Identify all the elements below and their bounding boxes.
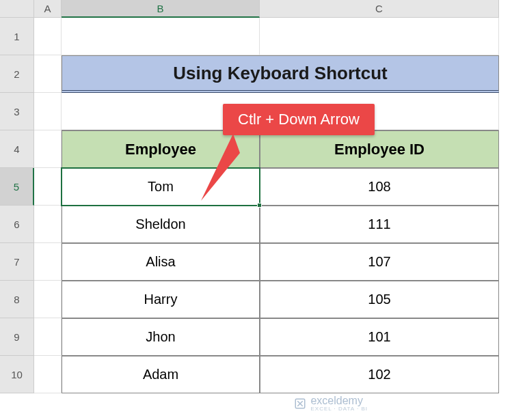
cell-a10[interactable] <box>34 356 62 393</box>
cell-b9[interactable]: Jhon <box>62 318 260 356</box>
cell-c1[interactable] <box>260 18 499 55</box>
fill-handle[interactable] <box>257 203 262 208</box>
cell-a9[interactable] <box>34 318 62 356</box>
cell-c7[interactable]: 107 <box>260 243 499 281</box>
cell-c9[interactable]: 101 <box>260 318 499 356</box>
watermark-logo-icon <box>294 397 306 410</box>
row-header-10[interactable]: 10 <box>0 356 34 393</box>
row-header-9[interactable]: 9 <box>0 318 34 356</box>
cell-b10[interactable]: Adam <box>62 356 260 393</box>
cell-c6[interactable]: 111 <box>260 206 499 243</box>
cell-a7[interactable] <box>34 243 62 281</box>
cell-a8[interactable] <box>34 281 62 318</box>
cell-a4[interactable] <box>34 130 62 168</box>
row-header-3[interactable]: 3 <box>0 93 34 130</box>
cell-b6[interactable]: Sheldon <box>62 206 260 243</box>
row-header-2[interactable]: 2 <box>0 55 34 93</box>
col-header-b[interactable]: B <box>62 0 260 18</box>
callout: Ctlr + Down Arrow <box>223 104 375 135</box>
row-header-6[interactable]: 6 <box>0 206 34 243</box>
cell-a3[interactable] <box>34 93 62 130</box>
cell-b1[interactable] <box>62 18 260 55</box>
title-cell[interactable]: Using Keyboard Shortcut <box>62 55 499 93</box>
row-header-8[interactable]: 8 <box>0 281 34 318</box>
callout-text: Ctlr + Down Arrow <box>223 104 375 135</box>
cell-c5[interactable]: 108 <box>260 168 499 206</box>
watermark: exceldemy EXCEL · DATA · BI <box>294 395 368 412</box>
cell-a5[interactable] <box>34 168 62 206</box>
cell-b8[interactable]: Harry <box>62 281 260 318</box>
callout-tail-icon <box>196 127 243 202</box>
watermark-name: exceldemy <box>310 395 362 406</box>
cell-a6[interactable] <box>34 206 62 243</box>
col-header-a[interactable]: A <box>34 0 62 18</box>
row-header-4[interactable]: 4 <box>0 130 34 168</box>
watermark-text: exceldemy EXCEL · DATA · BI <box>310 395 368 412</box>
cell-c8[interactable]: 105 <box>260 281 499 318</box>
cell-value: Tom <box>148 179 174 195</box>
cell-c10[interactable]: 102 <box>260 356 499 393</box>
cell-a1[interactable] <box>34 18 62 55</box>
svg-marker-0 <box>201 134 240 201</box>
spreadsheet-grid: A B C 1 2 Using Keyboard Shortcut 3 4 Em… <box>0 0 525 393</box>
cell-a2[interactable] <box>34 55 62 93</box>
row-header-7[interactable]: 7 <box>0 243 34 281</box>
watermark-tagline: EXCEL · DATA · BI <box>310 406 368 412</box>
select-all-corner[interactable] <box>0 0 34 18</box>
header-employee-id[interactable]: Employee ID <box>260 130 499 168</box>
row-header-5[interactable]: 5 <box>0 168 34 206</box>
cell-b7[interactable]: Alisa <box>62 243 260 281</box>
row-header-1[interactable]: 1 <box>0 18 34 55</box>
col-header-c[interactable]: C <box>260 0 499 18</box>
